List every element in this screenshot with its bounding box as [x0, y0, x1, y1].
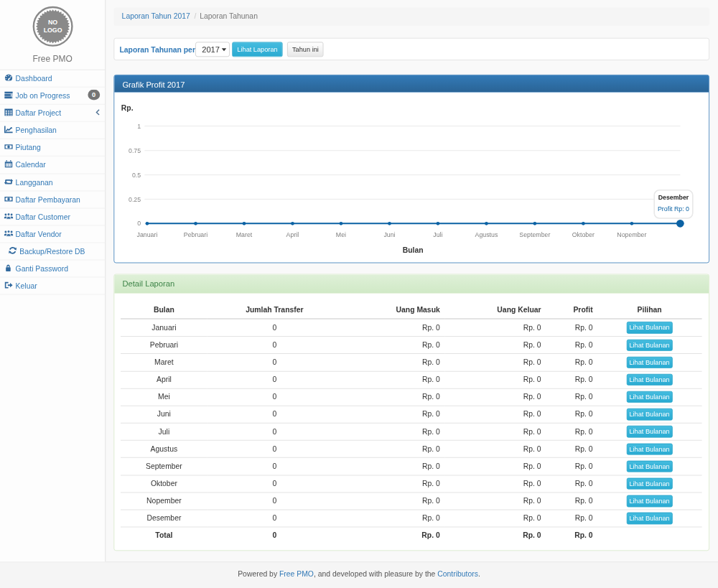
svg-text:Oktober: Oktober: [572, 231, 595, 238]
svg-text:NO: NO: [48, 19, 57, 26]
svg-text:LOGO: LOGO: [43, 27, 62, 34]
svg-text:Maret: Maret: [236, 231, 253, 238]
svg-text:Agustus: Agustus: [475, 231, 498, 238]
svg-text:0.25: 0.25: [129, 196, 141, 203]
svg-text:Januari: Januari: [137, 231, 158, 238]
svg-text:0.75: 0.75: [129, 147, 141, 154]
svg-text:Juni: Juni: [383, 231, 395, 238]
svg-text:Bulan: Bulan: [403, 246, 424, 254]
svg-text:0.5: 0.5: [132, 172, 141, 179]
svg-text:1: 1: [137, 123, 141, 130]
svg-text:Pebruari: Pebruari: [184, 231, 208, 238]
svg-text:April: April: [286, 231, 299, 238]
svg-text:Mei: Mei: [336, 231, 346, 238]
svg-text:Nopember: Nopember: [617, 231, 646, 238]
svg-text:Juli: Juli: [433, 231, 442, 238]
svg-text:September: September: [519, 231, 550, 238]
svg-text:0: 0: [137, 220, 141, 227]
